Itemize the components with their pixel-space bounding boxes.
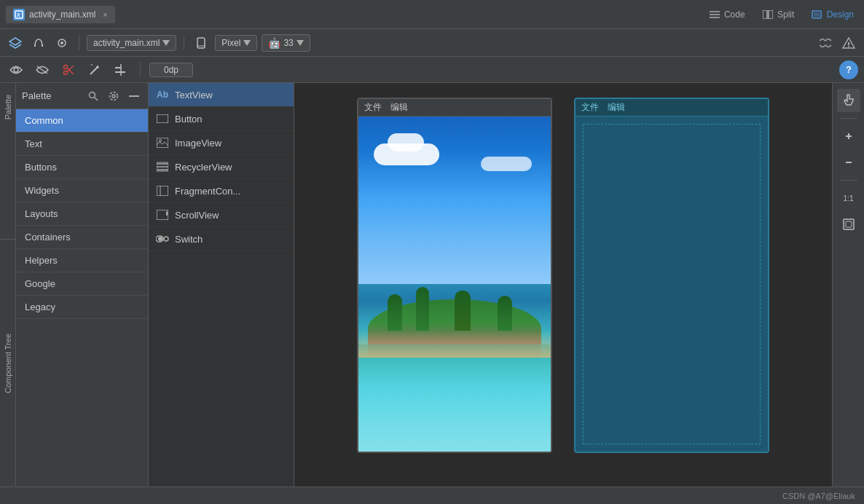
split-view-button[interactable]: Split <box>758 7 799 22</box>
layout-file-dropdown[interactable]: activity_main.xml <box>87 35 176 51</box>
main-content: Palette Palette <box>0 83 864 487</box>
cloud-2 <box>388 133 424 151</box>
palette-header: Palette <box>16 83 148 109</box>
orientation-icon[interactable] <box>192 34 211 52</box>
svg-point-21 <box>848 46 849 47</box>
svg-rect-15 <box>197 38 205 48</box>
svg-marker-9 <box>9 38 21 45</box>
category-item-google[interactable]: Google <box>16 272 148 296</box>
svg-point-52 <box>158 237 162 241</box>
canvas-area: 文件 编辑 <box>294 83 832 487</box>
scissors-icon[interactable] <box>58 60 79 80</box>
tab-bar: X activity_main.xml × Code Split <box>0 0 864 29</box>
component-switch[interactable]: Switch <box>149 227 294 251</box>
warning-icon[interactable] <box>839 34 858 52</box>
component-imageview[interactable]: ImageView <box>149 131 294 155</box>
palette-title: Palette <box>22 90 81 101</box>
category-item-helpers[interactable]: Helpers <box>16 249 148 272</box>
blueprint-menu-file[interactable]: 文件 <box>581 101 599 114</box>
category-item-widgets[interactable]: Widgets <box>16 179 148 202</box>
phone-menu-file[interactable]: 文件 <box>364 101 382 114</box>
file-tab[interactable]: X activity_main.xml × <box>6 6 115 23</box>
svg-point-38 <box>110 92 118 100</box>
svg-point-22 <box>14 68 18 72</box>
xml-file-icon: X <box>13 9 25 20</box>
rt-divider-2 <box>840 180 857 181</box>
category-item-layouts[interactable]: Layouts <box>16 202 148 226</box>
hand-tool-button[interactable] <box>837 89 860 112</box>
svg-rect-8 <box>814 12 820 17</box>
fit-screen-button[interactable] <box>837 213 860 236</box>
tab-close-button[interactable]: × <box>103 10 107 19</box>
category-item-buttons[interactable]: Buttons <box>16 156 148 179</box>
tree-1 <box>388 294 402 331</box>
dp-input[interactable] <box>149 63 193 77</box>
view-divider <box>140 63 141 77</box>
align-icon[interactable] <box>111 60 131 80</box>
svg-rect-47 <box>157 186 168 196</box>
component-scrollview[interactable]: ScrollView <box>149 203 294 227</box>
help-button[interactable]: ? <box>839 60 858 79</box>
cloud-3 <box>481 157 532 171</box>
tree-3 <box>455 291 471 331</box>
component-list-panel: Ab TextView Button ImageView <box>149 83 294 487</box>
svg-point-13 <box>60 42 63 44</box>
api-level-dropdown[interactable]: 🤖 33 <box>262 34 310 52</box>
switch-icon <box>156 232 169 245</box>
expand-panels-button[interactable] <box>816 34 835 52</box>
category-list: Common Text Buttons Widgets Layouts Cont… <box>16 109 148 319</box>
right-toolbar: 1:1 <box>832 83 864 487</box>
component-fragmentcon[interactable]: FragmentCon... <box>149 179 294 203</box>
category-item-containers[interactable]: Containers <box>16 226 148 249</box>
layers-icon[interactable] <box>6 34 25 52</box>
blueprint-menu-edit[interactable]: 编辑 <box>608 101 625 114</box>
svg-text:X: X <box>17 12 20 17</box>
toolbar-divider-2 <box>184 36 184 50</box>
phone-preview: 文件 编辑 <box>357 98 552 453</box>
fragmentcon-icon <box>156 184 169 197</box>
component-button[interactable]: Button <box>149 107 294 131</box>
component-recyclerview[interactable]: RecyclerView <box>149 155 294 179</box>
magnet-icon[interactable] <box>29 34 48 52</box>
svg-rect-6 <box>769 10 773 19</box>
palette-collapse-button[interactable] <box>126 88 142 104</box>
hide-toggle-button[interactable] <box>32 60 52 80</box>
phone-menubar: 文件 编辑 <box>358 99 551 117</box>
scrollview-icon <box>156 208 169 221</box>
view-mode-buttons: Code Split Design <box>705 7 858 22</box>
category-item-legacy[interactable]: Legacy <box>16 296 148 319</box>
svg-point-35 <box>90 92 95 98</box>
phone-menu-edit[interactable]: 编辑 <box>390 101 408 114</box>
blueprint-outline <box>583 124 761 444</box>
android-logo-icon: 🤖 <box>268 37 280 49</box>
blueprint-screen <box>576 117 768 452</box>
tab-filename: activity_main.xml <box>29 9 95 20</box>
recyclerview-icon <box>156 160 169 173</box>
zoom-out-button[interactable] <box>837 151 860 174</box>
svg-marker-17 <box>243 40 251 46</box>
svg-rect-40 <box>157 114 168 123</box>
device-pixel-dropdown[interactable]: Pixel <box>215 35 257 51</box>
render-icon[interactable] <box>52 34 71 52</box>
palette-settings-button[interactable] <box>106 88 122 104</box>
palette-search-button[interactable] <box>85 88 101 104</box>
preview-toggle-button[interactable] <box>6 60 26 80</box>
svg-rect-5 <box>763 10 767 19</box>
rt-divider-1 <box>840 118 857 119</box>
phone-screen <box>358 117 551 452</box>
tree-2 <box>416 287 429 331</box>
zoom-in-button[interactable] <box>837 125 860 148</box>
code-view-button[interactable]: Code <box>705 7 750 22</box>
tree-4 <box>498 296 512 331</box>
toolbar-divider-1 <box>79 36 79 50</box>
category-item-text[interactable]: Text <box>16 133 148 156</box>
component-tree-vertical-tab[interactable]: Component Tree <box>0 239 16 487</box>
palette-tab-label[interactable]: Palette <box>2 89 14 125</box>
magic-wand-icon[interactable] <box>85 60 105 80</box>
svg-rect-58 <box>846 221 852 227</box>
svg-point-53 <box>164 237 168 241</box>
fit-ratio-button[interactable]: 1:1 <box>837 186 860 210</box>
component-textview[interactable]: Ab TextView <box>149 83 294 107</box>
design-view-button[interactable]: Design <box>807 7 858 22</box>
category-item-common[interactable]: Common <box>16 109 148 133</box>
